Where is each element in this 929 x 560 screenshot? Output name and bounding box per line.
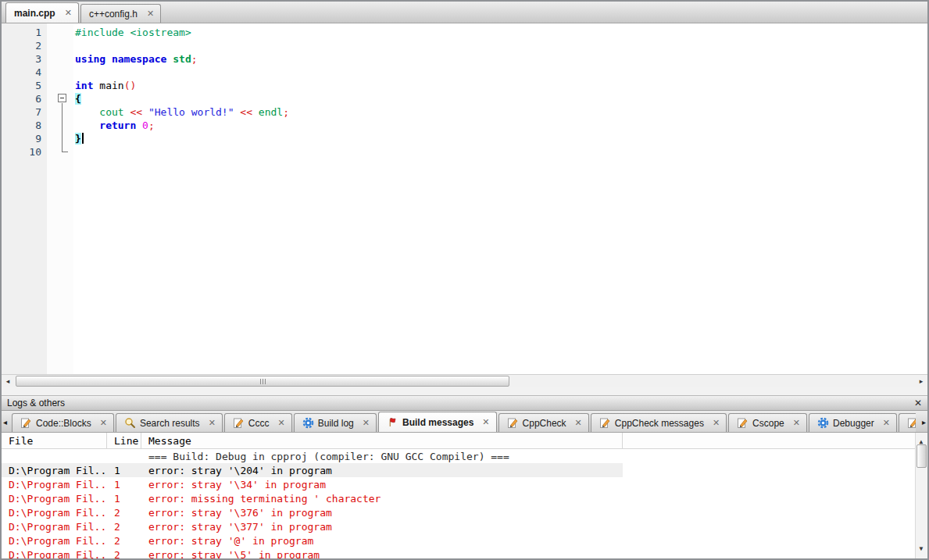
line-number: 1: [2, 26, 41, 39]
close-icon[interactable]: ✕: [914, 398, 922, 408]
code-line: {: [75, 92, 927, 105]
scroll-down-icon[interactable]: ▼: [916, 542, 927, 556]
log-tab-cppcheck[interactable]: CppCheck✕: [498, 413, 589, 432]
log-cell: 1: [107, 463, 141, 477]
tab-close-icon[interactable]: ✕: [100, 419, 107, 427]
log-row[interactable]: D:\Program Fil...2error: stray '\376' in…: [2, 505, 623, 519]
log-cell: D:\Program Fil...: [2, 548, 107, 558]
editor-tab-c-config-h[interactable]: c++config.h✕: [80, 4, 161, 23]
log-row[interactable]: === Build: Debug in cpproj (compiler: GN…: [2, 449, 623, 463]
log-cell: error: stray '\5' in program: [141, 548, 623, 558]
scroll-right-icon[interactable]: ▸: [915, 375, 927, 387]
fold-collapse-icon[interactable]: [58, 94, 66, 102]
line-number: 2: [2, 39, 41, 52]
fold-cell: [47, 145, 73, 159]
thumb-grip: [263, 379, 263, 384]
log-cell: 2: [107, 519, 141, 533]
ide-window: main.cpp✕c++config.h✕ 12345678910 #inclu…: [0, 0, 929, 560]
log-tab-cccc[interactable]: Cccc✕: [224, 413, 292, 432]
tab-label: Cscope: [752, 418, 784, 429]
tab-close-icon[interactable]: ✕: [575, 419, 582, 427]
log-row[interactable]: D:\Program Fil...1error: stray '\204' in…: [2, 463, 623, 477]
log-row[interactable]: D:\Program Fil...2error: stray '@' in pr…: [2, 533, 623, 548]
editor-tab-bar: main.cpp✕c++config.h✕: [2, 2, 927, 23]
log-row[interactable]: D:\Program Fil...2error: stray '\377' in…: [2, 519, 623, 533]
code-editor[interactable]: 12345678910 #include <iostream>using nam…: [2, 23, 927, 374]
tab-close-icon[interactable]: ✕: [482, 418, 489, 426]
line-number: 10: [2, 145, 41, 159]
tab-close-icon[interactable]: ✕: [363, 419, 370, 427]
line-number: 7: [2, 105, 41, 119]
log-row[interactable]: D:\Program Fil...1error: missing termina…: [2, 491, 623, 505]
fold-line-corner: [62, 152, 68, 152]
thumb-grip: [260, 379, 261, 384]
horizontal-scroll-thumb[interactable]: [16, 376, 509, 387]
log-cell: 2: [107, 533, 141, 548]
list-header: File Line Message: [2, 433, 927, 449]
fold-cell: [47, 26, 73, 39]
tab-close-icon[interactable]: ✕: [883, 419, 890, 427]
code-line: int main(): [75, 79, 927, 92]
tab-close-icon[interactable]: ✕: [209, 419, 216, 427]
editor-tab-main-cpp[interactable]: main.cpp✕: [5, 2, 79, 23]
tab-label: Search results: [140, 418, 200, 429]
tab-label: main.cpp: [14, 8, 55, 19]
log-cell: D:\Program Fil...: [2, 505, 107, 519]
tab-label: CppCheck: [523, 418, 566, 429]
scroll-left-icon[interactable]: ◂: [2, 375, 14, 387]
log-tab-cscope[interactable]: Cscope✕: [728, 413, 807, 432]
vertical-scroll-thumb[interactable]: [916, 444, 927, 468]
tab-nav-right-icon[interactable]: ▸: [922, 418, 926, 426]
fold-cell: [47, 105, 73, 119]
column-header-message[interactable]: Message: [141, 433, 623, 448]
log-cell: error: stray '\377' in program: [141, 519, 623, 533]
log-tab-debugger[interactable]: Debugger✕: [809, 413, 897, 432]
log-tab-cppcheck-messages[interactable]: CppCheck messages✕: [591, 413, 727, 432]
tab-label: c++config.h: [89, 9, 138, 20]
tab-close-icon[interactable]: ✕: [278, 419, 285, 427]
tab-close-icon[interactable]: ✕: [65, 9, 72, 17]
line-number: 4: [2, 66, 41, 79]
line-number: 6: [2, 92, 41, 105]
logs-caption-bar: Logs & others ✕: [2, 396, 927, 411]
tab-label: Build messages: [402, 417, 473, 428]
editor-horizontal-scrollbar[interactable]: ◂ ▸: [2, 374, 927, 387]
tab-close-icon[interactable]: ✕: [147, 9, 154, 18]
code-text-area[interactable]: #include <iostream>using namespace std;i…: [73, 23, 927, 374]
tab-label: Code::Blocks: [36, 418, 91, 429]
code-line: [75, 66, 927, 79]
pencil-icon: [233, 417, 245, 429]
log-tab-code-blocks[interactable]: Code::Blocks✕: [12, 413, 114, 432]
log-row[interactable]: D:\Program Fil...2error: stray '\5' in p…: [2, 548, 623, 558]
tab-nav-left-icon[interactable]: ◂: [3, 418, 7, 426]
column-header-file[interactable]: File: [2, 433, 107, 448]
gear-icon: [302, 417, 314, 429]
log-tab-build-log[interactable]: Build log✕: [294, 413, 377, 432]
log-cell: D:\Program Fil...: [2, 533, 107, 548]
log-tab-build-messages[interactable]: Build messages✕: [378, 412, 497, 432]
line-number: 3: [2, 52, 41, 66]
code-line: cout << "Hello world!" << endl;: [75, 105, 927, 119]
log-row[interactable]: D:\Program Fil...1error: stray '\34' in …: [2, 477, 623, 491]
log-cell: error: stray '\34' in program: [141, 477, 623, 491]
line-number-gutter[interactable]: 12345678910: [2, 23, 47, 374]
log-cell: 1: [107, 491, 141, 505]
search-icon: [124, 417, 136, 429]
log-cell: D:\Program Fil...: [2, 477, 107, 491]
panel-splitter[interactable]: [2, 387, 927, 396]
list-vertical-scrollbar[interactable]: ▲ ▼: [915, 433, 927, 558]
log-tab-search-results[interactable]: Search results✕: [116, 413, 223, 432]
fold-margin[interactable]: [47, 23, 73, 374]
column-header-line[interactable]: Line: [107, 433, 141, 448]
log-cell: D:\Program Fil...: [2, 491, 107, 505]
line-number: 8: [2, 119, 41, 132]
gear-icon: [817, 417, 829, 429]
tab-close-icon[interactable]: ✕: [713, 419, 720, 427]
fold-cell: [47, 119, 73, 132]
log-cell: [2, 449, 107, 463]
code-line: }: [75, 132, 927, 145]
log-cell: 2: [107, 505, 141, 519]
flag-icon: [387, 416, 398, 428]
log-tab-dox[interactable]: Dox: [899, 413, 916, 432]
tab-close-icon[interactable]: ✕: [793, 419, 800, 427]
